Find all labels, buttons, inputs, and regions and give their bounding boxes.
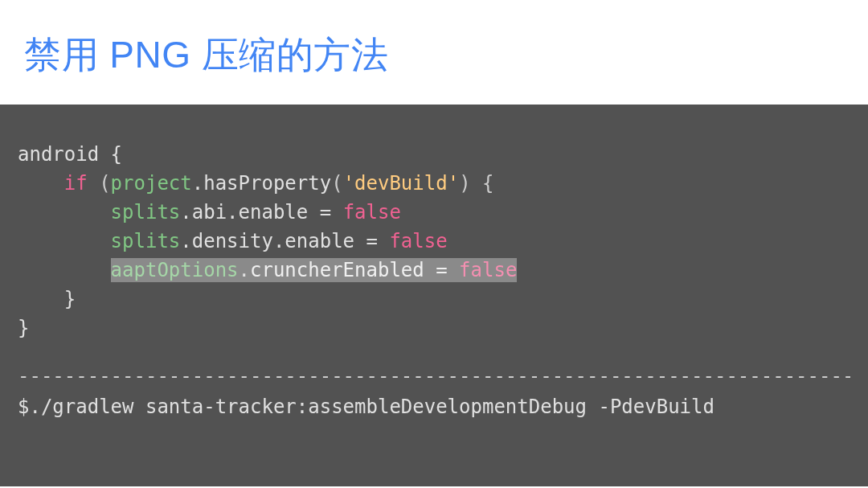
code-line-3: splits.abi.enable = false	[18, 198, 850, 227]
code-line-1: android {	[18, 140, 850, 169]
dot: .	[239, 259, 250, 281]
code-block: android { if (project.hasProperty('devBu…	[0, 105, 868, 486]
operator-eq: =	[354, 230, 389, 252]
divider-line: ----------------------------------------…	[18, 362, 850, 391]
slide-header: 禁用 PNG 压缩的方法	[0, 0, 868, 105]
identifier-splits: splits	[111, 201, 181, 223]
identifier-project: project	[111, 172, 192, 195]
identifier-density: density	[192, 230, 273, 252]
boolean-false: false	[389, 230, 447, 252]
command-line: $./gradlew santa-tracker:assembleDevelop…	[18, 392, 850, 421]
indent	[18, 230, 111, 252]
boolean-false: false	[343, 201, 401, 223]
code-line-2: if (project.hasProperty('devBuild') {	[18, 169, 850, 198]
closing-brace: }	[18, 288, 76, 310]
boolean-false: false	[459, 259, 517, 281]
code-line-7: }	[18, 314, 850, 342]
code-line-4: splits.density.enable = false	[18, 227, 850, 256]
code-text: android {	[18, 143, 122, 166]
keyword-if: if	[64, 172, 88, 195]
slide-title: 禁用 PNG 压缩的方法	[24, 31, 844, 80]
identifier-cruncherEnabled: cruncherEnabled	[250, 259, 424, 281]
code-line-6: }	[18, 285, 850, 314]
closing-brace: }	[18, 317, 29, 339]
paren: (	[331, 172, 342, 195]
dot: .	[227, 201, 238, 223]
identifier-splits: splits	[111, 230, 181, 252]
identifier-abi: abi	[192, 201, 227, 223]
dot: .	[273, 230, 285, 252]
method-hasProperty: hasProperty	[203, 172, 331, 195]
dot: .	[180, 230, 191, 252]
code-line-5: aaptOptions.cruncherEnabled = false	[18, 256, 850, 285]
identifier-aaptOptions: aaptOptions	[111, 259, 239, 281]
indent	[18, 172, 64, 195]
indent	[18, 259, 111, 281]
dot: .	[192, 172, 203, 195]
identifier-enable: enable	[285, 230, 354, 252]
highlighted-code: aaptOptions.cruncherEnabled = false	[111, 258, 518, 282]
operator-eq: =	[308, 201, 342, 223]
string-devBuild: 'devBuild'	[343, 172, 460, 195]
dot: .	[180, 201, 191, 223]
indent	[18, 201, 111, 223]
identifier-enable: enable	[239, 201, 309, 223]
operator-eq: =	[424, 259, 459, 281]
paren: (	[88, 172, 111, 195]
paren: ) {	[459, 172, 493, 195]
